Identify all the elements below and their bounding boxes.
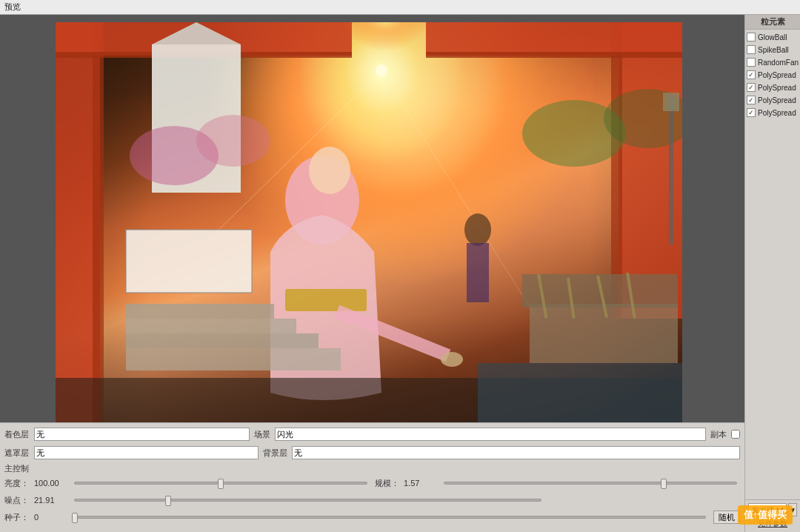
svg-rect-25 — [126, 230, 252, 293]
element-item-5[interactable]: PolySpread — [747, 94, 799, 106]
svg-rect-28 — [126, 319, 296, 333]
canvas-area — [0, 15, 744, 422]
element-name-2: RandomFan — [758, 59, 799, 67]
color-layer-select[interactable]: 无 — [34, 428, 250, 441]
element-name-4: PolySpread — [758, 84, 796, 92]
element-item-0[interactable]: GlowBall — [747, 31, 799, 43]
canvas-image — [56, 22, 682, 422]
watermark: 值↑值得买 — [738, 505, 793, 525]
brightness-scale-row: 亮度： 100.00 规模： 1.57 — [4, 476, 740, 491]
noise-slider-track[interactable] — [74, 499, 541, 502]
watermark-text: 值↑值得买 — [744, 509, 787, 520]
bg-mask-label: 背景层 — [263, 448, 287, 459]
noise-label: 噪点： — [4, 495, 34, 506]
svg-rect-29 — [126, 333, 319, 348]
color-scene-row: 着色层 无 场景 闪光 副本 — [4, 426, 740, 442]
mask-select[interactable]: 无 — [34, 446, 259, 459]
seed-slider-thumb[interactable] — [72, 513, 78, 523]
element-checkbox-5[interactable] — [747, 96, 756, 104]
svg-rect-38 — [467, 243, 489, 302]
scene-dropdown-wrapper[interactable]: 闪光 — [275, 428, 706, 441]
element-item-4[interactable]: PolySpread — [747, 82, 799, 93]
element-name-1: SpikeBall — [758, 46, 789, 54]
element-checkbox-4[interactable] — [747, 83, 756, 92]
mask-label: 遮罩层 — [4, 448, 34, 459]
scale-slider-track[interactable] — [444, 482, 737, 485]
element-item-3[interactable]: PolySpread — [747, 69, 799, 81]
element-item-2[interactable]: RandomFan — [747, 56, 799, 68]
svg-rect-14 — [530, 304, 678, 363]
noise-value: 21.91 — [34, 496, 71, 505]
scale-label: 规模： — [375, 478, 399, 489]
element-name-6: PolySpread — [758, 109, 796, 117]
svg-rect-30 — [126, 348, 341, 370]
seed-row: 种子： 0 随机 — [4, 510, 740, 525]
copy-label: 副本 — [710, 429, 727, 440]
panel-title: 粒元素 — [745, 15, 800, 30]
seed-label: 种子： — [4, 512, 34, 523]
mask-bg-row: 遮罩层 无 背景层 无 — [4, 445, 740, 461]
scale-value: 1.57 — [404, 479, 441, 488]
element-checkbox-1[interactable] — [747, 45, 756, 54]
center-area: 着色层 无 场景 闪光 副本 遮罩层 — [0, 15, 744, 532]
svg-point-37 — [464, 213, 491, 246]
svg-point-8 — [293, 22, 470, 144]
svg-point-32 — [196, 115, 270, 167]
svg-rect-1 — [93, 22, 104, 422]
svg-point-11 — [376, 64, 387, 76]
noise-slider-thumb[interactable] — [165, 496, 171, 506]
svg-rect-39 — [669, 96, 673, 245]
preview-label: 预览 — [4, 1, 21, 13]
photo-svg — [56, 22, 682, 422]
svg-rect-40 — [663, 93, 679, 111]
brightness-slider-thumb[interactable] — [218, 479, 224, 489]
noise-row: 噪点： 21.91 — [4, 493, 740, 508]
svg-rect-36 — [478, 363, 682, 422]
element-name-0: GlowBall — [758, 33, 787, 41]
brightness-slider-track[interactable] — [74, 482, 367, 485]
bg-select[interactable]: 无 — [292, 446, 740, 459]
svg-rect-27 — [126, 304, 274, 319]
seed-slider-track[interactable] — [74, 516, 706, 519]
scene-label: 场景 — [254, 429, 270, 440]
element-item-6[interactable]: PolySpread — [747, 107, 799, 119]
scale-slider-thumb[interactable] — [661, 479, 667, 489]
main-layout: 着色层 无 场景 闪光 副本 遮罩层 — [0, 15, 800, 532]
element-name-5: PolySpread — [758, 96, 796, 104]
svg-line-10 — [381, 70, 537, 319]
seed-value: 0 — [34, 513, 71, 522]
top-bar: 预览 — [0, 0, 800, 15]
copy-checkbox[interactable] — [731, 430, 740, 439]
element-name-3: PolySpread — [758, 71, 796, 79]
mask-dropdown-wrapper[interactable]: 无 — [34, 446, 259, 459]
element-checkbox-6[interactable] — [747, 108, 756, 117]
color-layer-label: 着色层 — [4, 429, 34, 440]
color-layer-dropdown-wrapper[interactable]: 无 — [34, 428, 250, 441]
element-checkbox-3[interactable] — [747, 70, 756, 79]
brightness-value: 100.00 — [34, 479, 71, 488]
brightness-label: 亮度： — [4, 478, 34, 489]
element-checkbox-2[interactable] — [747, 58, 756, 67]
random-button[interactable]: 随机 — [713, 511, 740, 524]
svg-point-24 — [441, 352, 463, 367]
elements-list: GlowBallSpikeBallRandomFanPolySpreadPoly… — [745, 30, 800, 499]
master-label-row: 主控制 — [4, 463, 740, 474]
element-item-1[interactable]: SpikeBall — [747, 44, 799, 56]
scene-select[interactable]: 闪光 — [275, 428, 706, 441]
svg-point-21 — [309, 147, 350, 194]
controls-area: 着色层 无 场景 闪光 副本 遮罩层 — [0, 422, 744, 532]
master-label: 主控制 — [4, 464, 29, 473]
right-panel: 粒元素 GlowBallSpikeBallRandomFanPolySpread… — [744, 15, 800, 532]
bg-dropdown-wrapper[interactable]: 无 — [292, 446, 740, 459]
svg-rect-22 — [285, 289, 367, 311]
element-checkbox-0[interactable] — [747, 33, 756, 41]
